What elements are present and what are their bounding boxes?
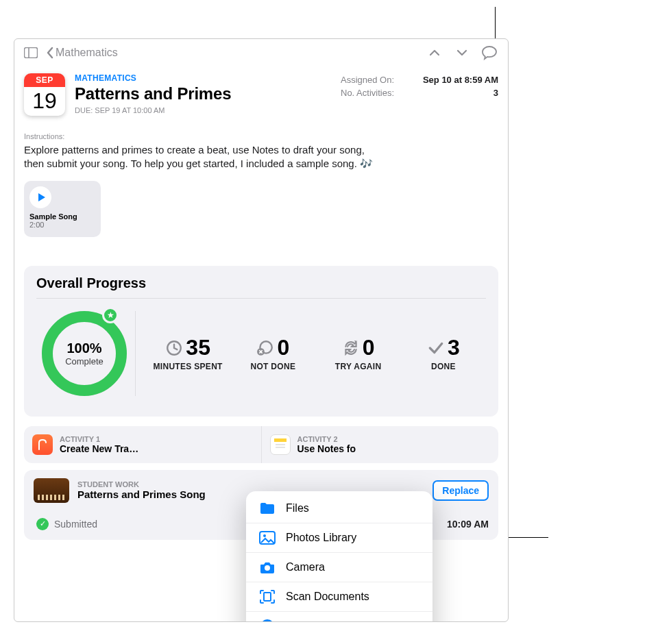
garageband-icon xyxy=(32,434,53,455)
try-again-label: TRY AGAIN xyxy=(316,362,401,371)
back-label: Mathematics xyxy=(56,47,118,59)
assignment-header: SEP 19 MATHEMATICS Patterns and Primes D… xyxy=(14,66,508,120)
try-again-icon: 1 xyxy=(342,339,360,357)
activity-2-title: Use Notes fo xyxy=(297,443,356,454)
popup-item-scan[interactable]: Scan Documents xyxy=(246,582,432,611)
overall-progress-heading: Overall Progress xyxy=(36,275,486,299)
play-button[interactable] xyxy=(29,186,51,208)
svg-rect-11 xyxy=(274,438,287,442)
app-window: Mathematics SEP 19 MATHEMATICS Patterns … xyxy=(14,38,509,622)
not-done-value: 0 xyxy=(277,335,289,360)
popup-item-photos[interactable]: Photos Library xyxy=(246,523,432,552)
chevron-down-icon xyxy=(456,49,468,57)
instructions-label: Instructions: xyxy=(14,120,508,143)
photo-icon xyxy=(258,530,276,545)
not-done-label: NOT DONE xyxy=(230,362,315,371)
activity-1-title: Create New Tra… xyxy=(60,443,138,454)
camera-icon xyxy=(258,560,276,575)
popup-item-label: Files xyxy=(286,502,309,515)
overall-progress-card: Overall Progress 100% Complete ★ xyxy=(24,266,498,417)
progress-percent: 100% xyxy=(66,340,101,356)
activity-1[interactable]: ACTIVITY 1 Create New Tra… xyxy=(24,426,262,463)
calendar-month: SEP xyxy=(24,73,65,87)
clock-icon xyxy=(165,339,183,357)
work-thumbnail xyxy=(34,478,69,503)
attachment-card[interactable]: Sample Song 2:00 xyxy=(24,181,101,237)
student-work-title: Patterns and Primes Song xyxy=(77,488,206,500)
popup-item-label: Photos Library xyxy=(286,532,356,544)
play-icon xyxy=(36,193,46,202)
assigned-on-value: Sep 10 at 8:59 AM xyxy=(423,75,498,85)
done-label: DONE xyxy=(401,362,486,371)
stat-try-again: 1 0 TRY AGAIN xyxy=(316,335,401,371)
instructions-text: Explore patterns and primes to create a … xyxy=(14,143,508,171)
sidebar-toggle-button[interactable] xyxy=(21,43,40,62)
done-value: 3 xyxy=(448,335,460,360)
svg-rect-0 xyxy=(25,48,38,58)
back-button[interactable]: Mathematics xyxy=(46,47,118,59)
svg-point-16 xyxy=(265,565,270,571)
assigned-on-label: Assigned On: xyxy=(341,75,394,85)
student-work-label: STUDENT WORK xyxy=(77,480,206,488)
replace-button[interactable]: Replace xyxy=(432,480,489,501)
assignment-meta: Assigned On: Sep 10 at 8:59 AM No. Activ… xyxy=(341,73,498,116)
activities-row: ACTIVITY 1 Create New Tra… ACTIVITY 2 Us… xyxy=(24,426,498,463)
stat-done: 3 DONE xyxy=(401,335,486,371)
popup-item-camera[interactable]: Camera xyxy=(246,552,432,582)
calendar-day: 19 xyxy=(24,87,65,114)
stat-not-done: 0 NOT DONE xyxy=(230,335,315,371)
safari-icon xyxy=(258,619,276,622)
minutes-value: 35 xyxy=(186,335,210,360)
attachment-duration: 2:00 xyxy=(29,221,95,229)
progress-ring: 100% Complete ★ xyxy=(36,306,132,401)
popup-item-label: Scan Documents xyxy=(286,591,369,603)
next-button[interactable] xyxy=(450,41,474,64)
submitted-label: Submitted xyxy=(54,519,97,530)
activity-2-label: ACTIVITY 2 xyxy=(297,435,356,443)
activities-count-value: 3 xyxy=(494,88,498,98)
toolbar: Mathematics xyxy=(14,39,508,66)
stat-minutes: 35 MINUTES SPENT xyxy=(145,335,230,371)
not-done-icon xyxy=(256,339,274,357)
checkmark-icon xyxy=(427,339,445,357)
assignment-title: Patterns and Primes xyxy=(75,84,331,103)
submitted-time: 10:09 AM xyxy=(447,519,489,530)
folder-icon xyxy=(258,501,276,516)
popup-item-label: Webpage xyxy=(286,620,332,622)
chevron-left-icon xyxy=(46,47,54,59)
messages-button[interactable] xyxy=(478,41,501,64)
attachment-title: Sample Song xyxy=(29,212,95,221)
svg-rect-17 xyxy=(264,593,271,601)
sidebar-icon xyxy=(24,47,38,58)
scan-icon xyxy=(258,589,276,604)
popup-item-files[interactable]: Files xyxy=(246,494,432,523)
speech-bubble-icon xyxy=(481,45,498,60)
popup-item-webpage[interactable]: Webpage xyxy=(246,611,432,622)
minutes-label: MINUTES SPENT xyxy=(145,362,230,371)
check-icon: ✓ xyxy=(36,518,49,530)
try-again-value: 0 xyxy=(363,335,375,360)
svg-point-15 xyxy=(263,534,266,537)
subject-label: MATHEMATICS xyxy=(75,73,331,83)
popup-item-label: Camera xyxy=(286,561,325,573)
calendar-tile: SEP 19 xyxy=(24,73,65,116)
notes-icon xyxy=(270,434,291,455)
add-source-popup: Files Photos Library Camera Scan Documen… xyxy=(246,491,432,622)
activities-count-label: No. Activities: xyxy=(341,88,394,98)
activity-1-label: ACTIVITY 1 xyxy=(60,435,138,443)
activity-2[interactable]: ACTIVITY 2 Use Notes fo xyxy=(262,426,499,463)
due-label: DUE: SEP 19 AT 10:00 AM xyxy=(75,106,331,114)
star-badge-icon: ★ xyxy=(102,307,119,323)
svg-marker-2 xyxy=(38,193,45,201)
previous-button[interactable] xyxy=(423,41,446,64)
svg-text:1: 1 xyxy=(354,339,356,345)
progress-complete-label: Complete xyxy=(65,356,103,367)
svg-point-18 xyxy=(260,619,274,622)
chevron-up-icon xyxy=(428,49,441,57)
